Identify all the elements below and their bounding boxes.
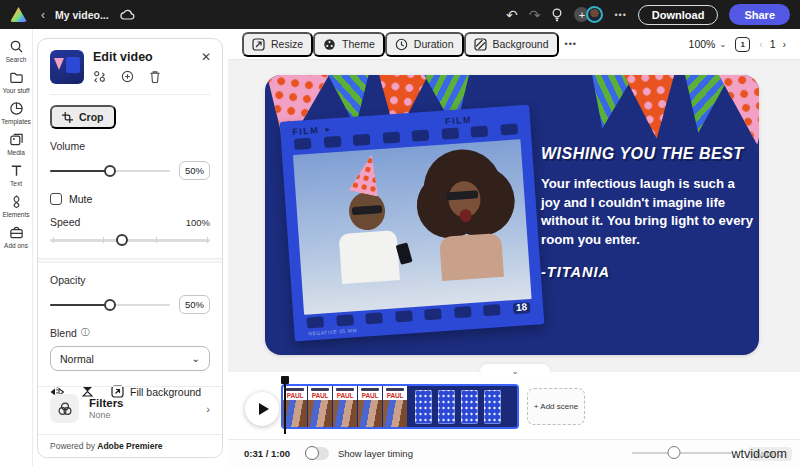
timeline-clip-1[interactable]: PAUL PAUL PAUL PAUL PAUL xyxy=(283,386,408,427)
chevron-down-icon: ⌄ xyxy=(512,367,519,376)
chevron-right-icon: › xyxy=(206,403,210,415)
resize-button[interactable]: Resize xyxy=(242,32,313,57)
film-label: FILM xyxy=(445,114,473,126)
add-ons-icon xyxy=(9,225,24,240)
sidebar-item-your-stuff[interactable]: Your stuff xyxy=(0,70,33,94)
theme-button[interactable]: Theme xyxy=(313,32,385,57)
opacity-label: Opacity xyxy=(50,274,210,286)
crop-button[interactable]: Crop xyxy=(50,105,116,129)
birthday-card-canvas[interactable]: FILM ► FILM 18 xyxy=(265,75,759,355)
page-next-icon[interactable]: › xyxy=(783,38,787,50)
filters-row[interactable]: Filters None › xyxy=(38,386,222,430)
chevron-down-icon: ⌄ xyxy=(719,40,726,49)
document-title[interactable]: My video... xyxy=(55,9,109,21)
cloud-sync-icon xyxy=(119,9,135,21)
opacity-value[interactable]: 50% xyxy=(179,295,210,314)
play-button[interactable] xyxy=(245,392,279,426)
more-options-icon[interactable]: ••• xyxy=(614,10,626,20)
frame-number: 18 xyxy=(516,301,528,313)
speed-value: 100% xyxy=(186,217,210,228)
mute-checkbox[interactable] xyxy=(50,193,62,205)
topbar: ‹ My video... ↶ ↷ + ••• Download Share xyxy=(0,0,800,29)
edit-video-panel: ✕ Edit video Crop xyxy=(37,38,223,458)
chevron-down-icon: ⌄ xyxy=(192,353,200,364)
download-button[interactable]: Download xyxy=(638,5,719,25)
volume-value[interactable]: 50% xyxy=(179,161,210,180)
avatar[interactable] xyxy=(586,6,603,23)
card-body-text: Your infectious laugh is such a joy and … xyxy=(541,175,753,250)
sidebar-item-media[interactable]: Media xyxy=(0,132,33,156)
info-icon[interactable]: ⓘ xyxy=(81,326,90,339)
speed-label: Speed xyxy=(50,216,80,228)
page-prev-icon[interactable]: ‹ xyxy=(759,38,763,50)
time-display: 0:31 / 1:00 xyxy=(244,448,290,459)
toolbar-more-icon[interactable]: ••• xyxy=(559,39,583,49)
opacity-slider[interactable] xyxy=(50,298,170,312)
back-icon[interactable]: ‹ xyxy=(41,8,45,22)
timeline-area: ⌄ PAUL PAUL PAUL PAUL PAUL + Add scene xyxy=(228,372,800,439)
templates-icon xyxy=(9,101,24,116)
adobe-express-editor: ‹ My video... ↶ ↷ + ••• Download Share S… xyxy=(0,0,800,466)
volume-label: Volume xyxy=(50,140,210,152)
filters-icon xyxy=(50,394,79,423)
card-text-block[interactable]: Wishing you the best Your infectious lau… xyxy=(541,145,753,280)
sidebar-item-templates[interactable]: Templates xyxy=(0,101,33,125)
text-icon xyxy=(9,163,24,178)
timeline-clip-2[interactable] xyxy=(408,386,517,427)
bunting-flag xyxy=(621,75,684,142)
bunting-flag xyxy=(718,75,759,149)
playhead[interactable] xyxy=(281,376,290,434)
celebration-photo xyxy=(293,139,532,315)
trash-icon[interactable] xyxy=(149,70,161,83)
background-button[interactable]: Background xyxy=(464,32,559,57)
panel-title: Edit video xyxy=(93,50,161,64)
redo-button[interactable]: ↷ xyxy=(529,8,541,22)
blend-select[interactable]: Normal ⌄ xyxy=(50,346,210,371)
watermark: wtvid.com xyxy=(731,447,787,461)
sidebar-item-text[interactable]: Text xyxy=(0,163,33,187)
filters-value: None xyxy=(89,410,124,420)
close-icon[interactable]: ✕ xyxy=(201,50,211,64)
left-rail: Search Your stuff Templates Media Text E… xyxy=(0,29,33,466)
replace-media-icon[interactable] xyxy=(93,70,106,83)
film-arrow-icon: ► xyxy=(324,125,331,132)
card-signature: -Titania xyxy=(541,264,753,280)
sidebar-item-search[interactable]: Search xyxy=(0,39,33,63)
play-icon xyxy=(259,403,269,415)
duration-button[interactable]: Duration xyxy=(385,32,464,57)
media-icon xyxy=(9,132,24,147)
canvas-area: FILM ► FILM 18 xyxy=(228,60,800,372)
timeline-strip[interactable]: PAUL PAUL PAUL PAUL PAUL xyxy=(281,384,519,429)
add-scene-button[interactable]: + Add scene xyxy=(527,388,585,425)
powered-by: Powered by Adobe Premiere xyxy=(38,434,222,457)
page-navigation: ‹ 1 › xyxy=(759,38,786,50)
video-thumbnail[interactable] xyxy=(50,50,84,84)
add-collaborator-button[interactable]: + xyxy=(574,6,603,23)
film-label: FILM xyxy=(292,125,320,137)
lightbulb-icon[interactable] xyxy=(551,8,563,22)
canvas-toolbar: Resize Theme Duration Background ••• 100… xyxy=(228,29,800,60)
film-strip-frame[interactable]: FILM ► FILM 18 xyxy=(280,105,545,342)
share-button[interactable]: Share xyxy=(729,4,790,25)
search-icon xyxy=(9,39,24,54)
collapse-timeline-button[interactable]: ⌄ xyxy=(480,364,550,379)
duplicate-icon[interactable] xyxy=(121,70,134,83)
undo-button[interactable]: ↶ xyxy=(506,8,518,22)
timeline-zoom-slider[interactable] xyxy=(632,446,732,460)
card-title: Wishing you the best xyxy=(541,145,753,163)
blend-label: Blend xyxy=(50,327,77,339)
layer-timing-toggle[interactable] xyxy=(305,447,329,460)
panel-zone: ✕ Edit video Crop xyxy=(33,29,228,466)
speed-slider[interactable] xyxy=(50,233,210,247)
volume-slider[interactable] xyxy=(50,164,170,178)
page-number: 1 xyxy=(770,38,776,50)
elements-icon xyxy=(9,194,24,209)
bottom-bar: 0:31 / 1:00 Show layer timing Auto ⌄ wtv… xyxy=(228,439,800,466)
sidebar-item-add-ons[interactable]: Add ons xyxy=(0,225,33,249)
sidebar-item-elements[interactable]: Elements xyxy=(0,194,33,218)
adobe-express-logo-icon[interactable] xyxy=(10,7,27,22)
pages-icon[interactable]: 1 xyxy=(735,37,750,52)
mute-label: Mute xyxy=(69,193,92,205)
zoom-control[interactable]: 100% ⌄ xyxy=(689,38,727,50)
folder-icon xyxy=(9,70,24,85)
